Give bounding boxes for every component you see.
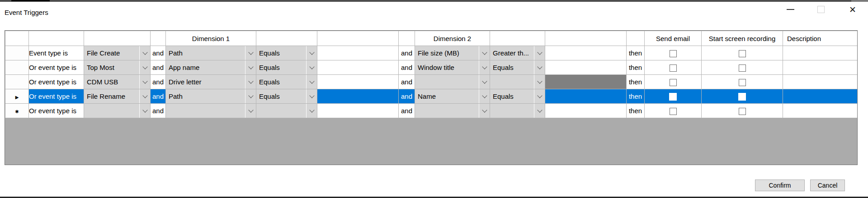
comparator2-dropdown[interactable] bbox=[490, 75, 545, 89]
value2-cell[interactable] bbox=[545, 89, 627, 104]
dimension2-dropdown[interactable]: Window title bbox=[415, 60, 490, 75]
dimension1-dropdown[interactable] bbox=[166, 104, 256, 118]
description-cell[interactable] bbox=[783, 89, 858, 104]
start-screen-recording-checkbox[interactable] bbox=[739, 50, 746, 57]
comparator2-value: Greater th... bbox=[490, 46, 534, 60]
comparator2-dropdown[interactable]: Equals bbox=[490, 89, 545, 104]
value1-cell[interactable] bbox=[317, 89, 399, 104]
header-send-email: Send email bbox=[645, 31, 702, 46]
header-empty bbox=[399, 31, 415, 46]
comparator1-dropdown[interactable]: Equals bbox=[256, 60, 317, 75]
dimension1-dropdown[interactable]: Drive letter bbox=[166, 75, 256, 89]
start-screen-recording-checkbox[interactable] bbox=[738, 93, 746, 101]
header-empty bbox=[84, 31, 151, 46]
start-screen-recording-checkbox[interactable] bbox=[739, 79, 746, 86]
row-selector[interactable]: ✱ bbox=[5, 104, 29, 118]
description-cell[interactable] bbox=[783, 75, 858, 89]
header-empty bbox=[627, 31, 645, 46]
chevron-down-icon[interactable] bbox=[306, 89, 317, 103]
chevron-down-icon[interactable] bbox=[534, 104, 545, 118]
comparator2-dropdown[interactable] bbox=[490, 104, 545, 118]
event-type-dropdown[interactable] bbox=[84, 104, 151, 118]
start-screen-recording-checkbox[interactable] bbox=[739, 108, 746, 115]
event-type-dropdown[interactable]: Top Most bbox=[84, 60, 151, 75]
chevron-down-icon[interactable] bbox=[245, 46, 256, 60]
window-top-edge bbox=[0, 0, 868, 2]
event-type-dropdown[interactable]: File Create bbox=[84, 46, 151, 60]
chevron-down-icon[interactable] bbox=[479, 46, 490, 60]
dimension2-dropdown[interactable]: File size (MB) bbox=[415, 46, 490, 60]
header-dimension2: Dimension 2 bbox=[415, 31, 490, 46]
dimension1-dropdown[interactable]: App name bbox=[166, 60, 256, 75]
chevron-down-icon[interactable] bbox=[534, 46, 545, 60]
event-type-value: File Rename bbox=[84, 89, 139, 103]
close-button[interactable]: ✕ bbox=[845, 3, 860, 16]
send-email-checkbox[interactable] bbox=[670, 79, 677, 86]
chevron-down-icon[interactable] bbox=[139, 89, 150, 103]
chevron-down-icon[interactable] bbox=[534, 75, 545, 89]
description-cell[interactable] bbox=[783, 46, 858, 60]
comparator2-dropdown[interactable]: Equals bbox=[490, 60, 545, 75]
row-selector[interactable]: ▶ bbox=[5, 89, 29, 104]
chevron-down-icon[interactable] bbox=[139, 104, 150, 118]
comparator1-dropdown[interactable]: Equals bbox=[256, 75, 317, 89]
cancel-button[interactable]: Cancel bbox=[810, 180, 845, 191]
comparator2-dropdown[interactable]: Greater th... bbox=[490, 46, 545, 60]
chevron-down-icon[interactable] bbox=[245, 89, 256, 103]
chevron-down-icon[interactable] bbox=[306, 60, 317, 74]
event-type-dropdown[interactable]: CDM USB bbox=[84, 75, 151, 89]
send-email-checkbox[interactable] bbox=[669, 93, 677, 101]
value2-cell[interactable] bbox=[545, 104, 627, 118]
row-selector[interactable] bbox=[5, 46, 29, 60]
dimension2-dropdown[interactable] bbox=[415, 104, 490, 118]
and-label: and bbox=[399, 46, 415, 60]
chevron-down-icon[interactable] bbox=[245, 104, 256, 118]
start-screen-recording-checkbox[interactable] bbox=[739, 64, 746, 72]
value1-cell[interactable] bbox=[317, 46, 399, 60]
chevron-down-icon[interactable] bbox=[534, 89, 545, 103]
maximize-button[interactable] bbox=[813, 3, 829, 16]
dimension1-dropdown[interactable]: Path bbox=[166, 46, 256, 60]
chevron-down-icon[interactable] bbox=[479, 104, 490, 118]
chevron-down-icon[interactable] bbox=[245, 60, 256, 74]
comparator1-dropdown[interactable] bbox=[256, 104, 317, 118]
chevron-down-icon[interactable] bbox=[139, 75, 150, 89]
send-email-checkbox[interactable] bbox=[670, 108, 677, 115]
row-selector[interactable] bbox=[5, 75, 29, 89]
value1-cell[interactable] bbox=[317, 75, 399, 89]
chevron-down-icon[interactable] bbox=[306, 46, 317, 60]
description-cell[interactable] bbox=[783, 104, 858, 118]
chevron-down-icon[interactable] bbox=[139, 46, 150, 60]
value1-cell[interactable] bbox=[317, 60, 399, 75]
chevron-down-icon[interactable] bbox=[479, 60, 490, 74]
chevron-down-icon[interactable] bbox=[245, 75, 256, 89]
value2-cell[interactable] bbox=[545, 46, 627, 60]
chevron-down-icon[interactable] bbox=[534, 60, 545, 74]
dimension2-dropdown[interactable]: Name bbox=[415, 89, 490, 104]
send-email-cell bbox=[645, 89, 702, 104]
event-type-value: File Create bbox=[84, 46, 139, 60]
row-selector[interactable] bbox=[5, 60, 29, 75]
row-label: Or event type is bbox=[29, 89, 84, 104]
value2-cell[interactable] bbox=[545, 60, 627, 75]
description-cell[interactable] bbox=[783, 60, 858, 75]
chevron-down-icon[interactable] bbox=[139, 60, 150, 74]
send-email-checkbox[interactable] bbox=[670, 50, 677, 57]
confirm-button[interactable]: Confirm bbox=[755, 180, 805, 191]
start-recording-cell bbox=[702, 104, 783, 118]
value1-cell[interactable] bbox=[317, 104, 399, 118]
table-row-new: ✱ Or event type is and and then bbox=[5, 104, 858, 118]
chevron-down-icon[interactable] bbox=[479, 89, 490, 103]
header-dimension1: Dimension 1 bbox=[166, 31, 256, 46]
chevron-down-icon[interactable] bbox=[479, 75, 490, 89]
chevron-down-icon[interactable] bbox=[306, 75, 317, 89]
comparator1-dropdown[interactable]: Equals bbox=[256, 46, 317, 60]
chevron-down-icon[interactable] bbox=[306, 104, 317, 118]
comparator1-value bbox=[256, 104, 306, 118]
dimension1-dropdown[interactable]: Path bbox=[166, 89, 256, 104]
send-email-checkbox[interactable] bbox=[670, 64, 677, 72]
event-type-dropdown[interactable]: File Rename bbox=[84, 89, 151, 104]
minimize-button[interactable] bbox=[783, 3, 798, 16]
dimension2-dropdown[interactable] bbox=[415, 75, 490, 89]
comparator1-dropdown[interactable]: Equals bbox=[256, 89, 317, 104]
